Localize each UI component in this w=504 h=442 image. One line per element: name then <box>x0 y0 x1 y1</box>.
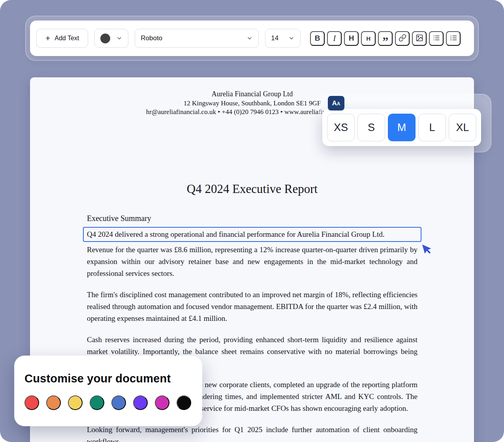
color-swatch-yellow[interactable] <box>68 395 83 410</box>
size-option-m[interactable]: M <box>388 114 416 141</box>
font-family-value: Roboto <box>141 34 162 42</box>
font-size-select[interactable]: 14 <box>265 29 301 48</box>
add-text-button[interactable]: + Add Text <box>36 29 88 48</box>
add-text-label: Add Text <box>55 35 79 42</box>
color-swatch-blue[interactable] <box>111 395 126 410</box>
text-color-select[interactable] <box>94 29 128 48</box>
format-icon-group: B I H H ” <box>310 31 461 46</box>
section-heading[interactable]: Executive Summary <box>87 213 417 224</box>
bold-icon: B <box>315 34 320 43</box>
color-swatch-red[interactable] <box>24 395 39 410</box>
chevron-down-icon <box>246 35 253 41</box>
size-picker: XS S M L XL <box>322 109 481 146</box>
bullet-list-icon <box>433 34 440 43</box>
color-swatch-purple[interactable] <box>133 395 148 410</box>
chevron-down-icon <box>116 35 122 41</box>
size-option-s[interactable]: S <box>357 114 385 141</box>
quote-icon: ” <box>382 39 388 43</box>
size-option-l[interactable]: L <box>418 114 446 141</box>
heading1-icon: H <box>349 34 354 43</box>
heading1-button[interactable]: H <box>344 31 359 46</box>
color-swatch-orange[interactable] <box>46 395 61 410</box>
color-swatch-black[interactable] <box>177 395 191 410</box>
italic-icon: I <box>333 34 336 43</box>
document-title[interactable]: Q4 2024 Executive Report <box>87 181 417 197</box>
chevron-down-icon <box>288 35 295 41</box>
heading2-button[interactable]: H <box>361 31 376 46</box>
font-size-badge[interactable]: Aa <box>328 96 344 110</box>
image-icon <box>416 34 423 43</box>
insert-image-button[interactable] <box>412 31 427 46</box>
color-swatch-row <box>24 395 192 410</box>
blockquote-button[interactable]: ” <box>378 31 393 46</box>
size-option-xs[interactable]: XS <box>327 114 355 141</box>
font-family-select[interactable]: Roboto <box>135 29 259 48</box>
svg-text:3: 3 <box>450 38 452 41</box>
paragraph[interactable]: Revenue for the quarter was £8.6 million… <box>87 244 417 279</box>
bold-button[interactable]: B <box>310 31 325 46</box>
customise-title: Customise your document <box>24 372 192 385</box>
canvas: + Add Text Roboto 14 B I <box>0 0 504 442</box>
toolbar: + Add Text Roboto 14 B I <box>30 21 474 56</box>
size-option-xl[interactable]: XL <box>449 114 476 141</box>
heading2-icon: H <box>366 35 370 42</box>
plus-icon: + <box>45 34 50 42</box>
color-swatch-green[interactable] <box>90 395 104 410</box>
link-icon <box>399 34 406 43</box>
link-button[interactable] <box>395 31 410 46</box>
selected-sentence-box[interactable]: Q4 2024 delivered a strong operational a… <box>83 227 421 242</box>
paragraph[interactable]: The firm's disciplined cost management c… <box>87 289 417 324</box>
customise-panel: Customise your document <box>14 356 202 426</box>
font-size-value: 14 <box>271 34 278 42</box>
numbered-list-icon: 123 <box>449 34 457 43</box>
bullet-list-button[interactable] <box>429 31 444 46</box>
italic-button[interactable]: I <box>327 31 342 46</box>
numbered-list-button[interactable]: 123 <box>446 31 461 46</box>
color-swatch-magenta[interactable] <box>155 395 169 410</box>
selected-sentence-text: Q4 2024 delivered a strong operational a… <box>87 230 384 238</box>
paragraph[interactable]: Looking forward, management's priorities… <box>87 424 417 442</box>
color-swatch-circle <box>100 34 110 43</box>
